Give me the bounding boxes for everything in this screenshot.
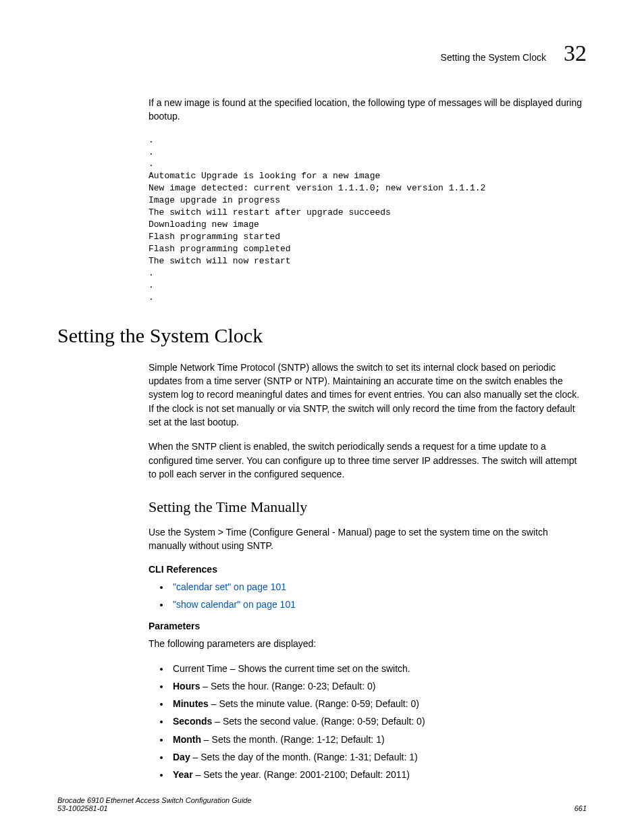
heading-setting-system-clock: Setting the System Clock bbox=[57, 324, 587, 347]
param-minutes: Minutes – Sets the minute value. (Range:… bbox=[170, 697, 587, 710]
heading-setting-time-manually: Setting the Time Manually bbox=[149, 498, 587, 516]
param-current-time: Current Time – Shows the current time se… bbox=[170, 662, 587, 675]
param-hours: Hours – Sets the hour. (Range: 0-23; Def… bbox=[170, 679, 587, 693]
chapter-number: 32 bbox=[564, 41, 587, 66]
param-desc: – Sets the hour. (Range: 0-23; Default: … bbox=[200, 681, 375, 692]
param-day: Day – Sets the day of the month. (Range:… bbox=[170, 750, 587, 764]
parameters-intro: The following parameters are displayed: bbox=[149, 637, 587, 650]
param-month: Month – Sets the month. (Range: 1-12; De… bbox=[170, 733, 587, 746]
code-block-bootup: . . . Automatic Upgrade is looking for a… bbox=[149, 134, 587, 304]
param-term: Day bbox=[173, 752, 190, 762]
content-block-1: If a new image is found at the specified… bbox=[149, 96, 587, 304]
sntp-paragraph-1: Simple Network Time Protocol (SNTP) allo… bbox=[149, 361, 587, 429]
param-desc: – Sets the year. (Range: 2001-2100; Defa… bbox=[193, 769, 410, 780]
intro-paragraph: If a new image is found at the specified… bbox=[149, 96, 587, 124]
param-desc: Current Time – Shows the current time se… bbox=[173, 663, 410, 674]
manual-time-intro: Use the System > Time (Configure General… bbox=[149, 525, 587, 553]
cli-ref-item: "show calendar" on page 101 bbox=[170, 598, 587, 611]
cli-references-list: "calendar set" on page 101 "show calenda… bbox=[149, 580, 587, 612]
param-term: Seconds bbox=[173, 716, 212, 727]
param-seconds: Seconds – Sets the second value. (Range:… bbox=[170, 714, 587, 728]
param-year: Year – Sets the year. (Range: 2001-2100;… bbox=[170, 768, 587, 781]
page-footer: Brocade 6910 Ethernet Access Switch Conf… bbox=[57, 796, 587, 812]
footer-doc-title: Brocade 6910 Ethernet Access Switch Conf… bbox=[57, 796, 252, 804]
param-desc: – Sets the day of the month. (Range: 1-3… bbox=[190, 752, 418, 762]
footer-page-number: 661 bbox=[574, 804, 587, 812]
sntp-paragraph-2: When the SNTP client is enabled, the swi… bbox=[149, 440, 587, 481]
footer-doc-number: 53-1002581-01 bbox=[57, 804, 252, 812]
parameters-list: Current Time – Shows the current time se… bbox=[149, 662, 587, 782]
cli-references-heading: CLI References bbox=[149, 564, 587, 575]
param-desc: – Sets the minute value. (Range: 0-59; D… bbox=[209, 698, 419, 709]
content-block-2: Simple Network Time Protocol (SNTP) allo… bbox=[149, 361, 587, 782]
cli-ref-item: "calendar set" on page 101 bbox=[170, 580, 587, 594]
param-desc: – Sets the month. (Range: 1-12; Default:… bbox=[201, 734, 385, 745]
footer-left: Brocade 6910 Ethernet Access Switch Conf… bbox=[57, 796, 252, 812]
link-show-calendar[interactable]: "show calendar" on page 101 bbox=[173, 599, 296, 610]
param-term: Minutes bbox=[173, 698, 209, 709]
link-calendar-set[interactable]: "calendar set" on page 101 bbox=[173, 581, 286, 592]
parameters-heading: Parameters bbox=[149, 621, 587, 631]
header-section-title: Setting the System Clock bbox=[441, 52, 546, 63]
param-term: Year bbox=[173, 769, 193, 780]
param-desc: – Sets the second value. (Range: 0-59; D… bbox=[212, 716, 425, 727]
param-term: Month bbox=[173, 734, 201, 745]
param-term: Hours bbox=[173, 681, 200, 692]
page-header: Setting the System Clock 32 bbox=[57, 41, 587, 66]
